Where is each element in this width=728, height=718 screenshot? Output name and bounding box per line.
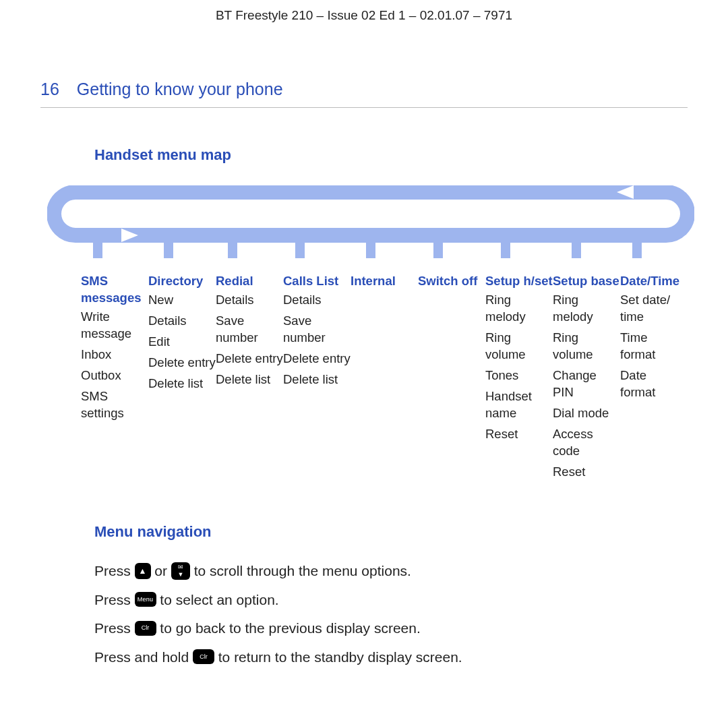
menu-item: Ring melody <box>553 292 620 326</box>
menu-item: Delete list <box>148 376 216 392</box>
page-title-row: 16 Getting to know your phone <box>40 78 688 109</box>
nav-line-standby: Press and hold Clr to return to the stan… <box>94 648 688 667</box>
sms-down-key-icon: ✉ ▼ <box>171 562 190 580</box>
clr-key-icon: Clr <box>135 621 156 636</box>
menu-items: Set date/ timeTime formatDate format <box>620 292 681 401</box>
menu-item: Delete entry <box>283 351 351 367</box>
menu-item: Access code <box>553 426 620 460</box>
menu-title: Switch off <box>418 273 485 290</box>
menu-item: New <box>148 292 216 309</box>
section-handset-menu-map: Handset menu map <box>94 145 688 165</box>
menu-item: Outbox <box>81 367 148 384</box>
section-menu-navigation: Menu navigation <box>94 522 688 542</box>
menu-items: NewDetailsEditDelete entryDelete list <box>148 292 216 392</box>
menu-item: Time format <box>620 330 681 363</box>
menu-map-ribbon <box>47 185 681 260</box>
menu-item: Ring melody <box>485 292 553 326</box>
menu-title: Redial <box>216 273 283 290</box>
menu-item: Delete list <box>283 371 351 388</box>
menu-items: Write messageInboxOutboxSMS settings <box>81 309 148 422</box>
menu-title: Calls List <box>283 273 351 290</box>
menu-title: Internal <box>351 273 418 290</box>
menu-item: Save number <box>216 313 283 347</box>
clr-key-icon: Clr <box>193 649 214 664</box>
page-number: 16 <box>40 78 59 101</box>
menu-item: Details <box>216 292 283 309</box>
menu-item: Delete entry <box>216 351 283 367</box>
menu-col-internal: Internal <box>351 273 418 485</box>
menu-item: Delete list <box>216 371 283 388</box>
menu-items: DetailsSave numberDelete entryDelete lis… <box>216 292 283 388</box>
menu-item: Inbox <box>81 347 148 363</box>
menu-col-sms: SMS messages Write messageInboxOutboxSMS… <box>81 273 148 485</box>
nav-line-back: Press Clr to go back to the previous dis… <box>94 619 688 638</box>
menu-items: DetailsSave numberDelete entryDelete lis… <box>283 292 351 388</box>
menu-item: Details <box>148 313 216 330</box>
menu-col-setup-base: Setup base Ring melodyRing volumeChange … <box>553 273 620 485</box>
menu-item: Handset name <box>485 388 553 422</box>
nav-line-select: Press Menu to select an option. <box>94 591 688 609</box>
menu-title: Date/Time <box>620 273 681 290</box>
menu-title: Directory <box>148 273 216 290</box>
menu-col-switchoff: Switch off <box>418 273 485 485</box>
up-arrow-key-icon: ▲ <box>135 563 151 579</box>
menu-items: Ring melodyRing volumeChange PINDial mod… <box>553 292 620 481</box>
menu-item: Reset <box>553 464 620 481</box>
menu-item: Edit <box>148 334 216 351</box>
menu-item: Ring volume <box>553 330 620 363</box>
menu-title: Setup base <box>553 273 620 290</box>
menu-item: Reset <box>485 426 553 443</box>
menu-col-datetime: Date/Time Set date/ timeTime formatDate … <box>620 273 681 485</box>
menu-title: SMS messages <box>81 273 148 307</box>
menu-item: Save number <box>283 313 351 347</box>
menu-col-calls: Calls List DetailsSave numberDelete entr… <box>283 273 351 485</box>
menu-item: Write message <box>81 309 148 342</box>
svg-rect-0 <box>54 192 688 235</box>
menu-item: Tones <box>485 367 553 384</box>
menu-col-redial: Redial DetailsSave numberDelete entryDel… <box>216 273 283 485</box>
doc-header: BT Freestyle 210 – Issue 02 Ed 1 – 02.01… <box>40 7 688 24</box>
menu-item: SMS settings <box>81 388 148 422</box>
menu-item: Details <box>283 292 351 309</box>
menu-item: Delete entry <box>148 355 216 371</box>
menu-col-directory: Directory NewDetailsEditDelete entryDele… <box>148 273 216 485</box>
menu-item: Dial mode <box>553 405 620 422</box>
menu-key-icon: Menu <box>135 592 156 607</box>
nav-line-scroll: Press ▲ or ✉ ▼ to scroll through the men… <box>94 562 688 580</box>
menu-col-setup-hset: Setup h/set Ring melodyRing volumeTonesH… <box>485 273 553 485</box>
menu-item: Ring volume <box>485 330 553 363</box>
menu-items: Ring melodyRing volumeTonesHandset nameR… <box>485 292 553 443</box>
menu-item: Change PIN <box>553 367 620 401</box>
menu-item: Set date/ time <box>620 292 681 326</box>
page-title: Getting to know your phone <box>77 78 283 101</box>
menu-title: Setup h/set <box>485 273 553 290</box>
menu-item: Date format <box>620 367 681 401</box>
